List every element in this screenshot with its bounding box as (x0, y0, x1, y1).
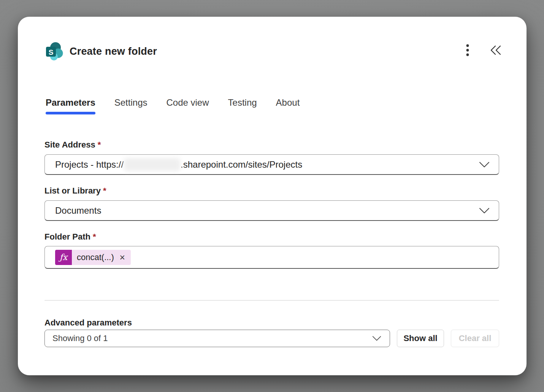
site-address-value: Projects - https://.sharepoint.com/sites… (55, 158, 302, 171)
list-or-library-dropdown[interactable]: Documents (44, 200, 499, 221)
fx-function-icon: ƒx (55, 250, 72, 265)
page-title: Create new folder (70, 42, 157, 61)
advanced-parameters-label: Advanced parameters (44, 318, 132, 328)
folder-path-input[interactable]: ƒx concat(...) ✕ (44, 246, 499, 269)
svg-text:S: S (49, 48, 54, 56)
tab-parameters[interactable]: Parameters (46, 97, 95, 114)
tab-about[interactable]: About (276, 97, 300, 114)
folder-path-label: Folder Path* (44, 232, 96, 242)
advanced-dropdown-value: Showing 0 of 1 (52, 333, 108, 343)
expression-token-label: concat(...) (72, 252, 118, 262)
advanced-parameters-row: Showing 0 of 1 Show all Clear all (44, 330, 499, 347)
more-options-button[interactable] (460, 43, 476, 59)
required-asterisk: * (93, 232, 96, 241)
remove-token-icon[interactable]: ✕ (118, 253, 131, 262)
action-panel: S Create new folder Parameters Settings … (18, 17, 527, 375)
tab-bar: Parameters Settings Code view Testing Ab… (46, 97, 300, 114)
chevron-down-icon (479, 208, 490, 214)
tab-settings[interactable]: Settings (114, 97, 147, 114)
required-asterisk: * (103, 186, 106, 195)
advanced-parameters-dropdown[interactable]: Showing 0 of 1 (44, 330, 390, 347)
redacted-tenant-name (124, 158, 180, 171)
tab-testing[interactable]: Testing (228, 97, 257, 114)
expression-token[interactable]: ƒx concat(...) ✕ (55, 250, 131, 265)
tab-code-view[interactable]: Code view (166, 97, 209, 114)
required-asterisk: * (98, 140, 101, 149)
show-all-button[interactable]: Show all (397, 330, 444, 347)
list-or-library-label: List or Library* (44, 186, 106, 196)
chevron-down-icon (372, 336, 381, 341)
double-chevron-left-icon (489, 44, 502, 57)
site-address-dropdown[interactable]: Projects - https://.sharepoint.com/sites… (44, 154, 499, 175)
sharepoint-icon: S (45, 42, 64, 61)
site-address-label: Site Address* (44, 140, 101, 150)
collapse-panel-button[interactable] (488, 43, 504, 59)
clear-all-button[interactable]: Clear all (451, 330, 499, 347)
section-divider (44, 300, 499, 301)
list-or-library-value: Documents (55, 205, 101, 216)
chevron-down-icon (479, 162, 490, 168)
kebab-menu-icon (466, 44, 469, 58)
